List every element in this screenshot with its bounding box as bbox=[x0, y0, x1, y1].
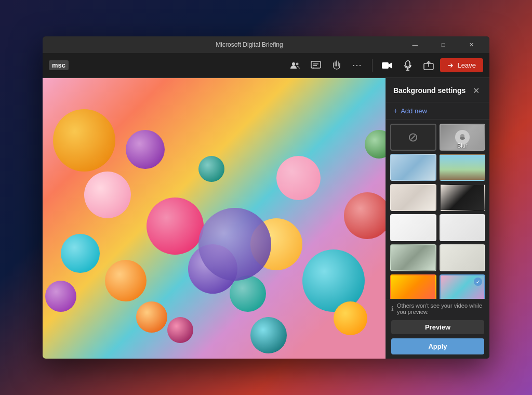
thumb-outdoor[interactable] bbox=[440, 154, 486, 181]
info-row: ℹ Others won't see your video while you … bbox=[386, 299, 489, 318]
thumb-yellow[interactable] bbox=[390, 274, 436, 299]
info-icon: ℹ bbox=[391, 305, 394, 312]
thumb-none[interactable]: ⊘ bbox=[390, 124, 436, 151]
add-new-button[interactable]: + Add new bbox=[386, 102, 489, 120]
participants-button[interactable] bbox=[286, 56, 304, 75]
window-controls: — □ ✕ bbox=[403, 36, 483, 53]
svg-rect-6 bbox=[406, 61, 410, 67]
maximize-button[interactable]: □ bbox=[431, 36, 455, 53]
thumb-white1[interactable] bbox=[390, 214, 436, 241]
svg-rect-5 bbox=[382, 62, 389, 69]
main-window: Microsoft Digital Briefing — □ ✕ msc bbox=[43, 36, 489, 359]
close-button[interactable]: ✕ bbox=[459, 36, 483, 53]
panel-header: Background settings ✕ bbox=[386, 78, 489, 102]
preview-button[interactable]: Preview bbox=[391, 320, 484, 334]
selected-checkmark: ✓ bbox=[474, 278, 482, 286]
thumb-office1[interactable] bbox=[390, 154, 436, 181]
panel-title: Background settings bbox=[393, 86, 466, 95]
svg-point-0 bbox=[292, 62, 295, 65]
add-new-label: Add new bbox=[401, 107, 427, 115]
title-bar: Microsoft Digital Briefing — □ ✕ bbox=[43, 36, 489, 53]
share-button[interactable] bbox=[419, 56, 438, 75]
background-settings-panel: Background settings ✕ + Add new ⊘ bbox=[385, 78, 489, 359]
thumb-art[interactable] bbox=[440, 184, 486, 211]
add-new-icon: + bbox=[393, 107, 397, 115]
thumb-loft[interactable] bbox=[390, 244, 436, 271]
raise-hand-button[interactable] bbox=[327, 56, 346, 75]
toolbar: msc bbox=[43, 53, 489, 78]
thumb-blur[interactable]: Blur bbox=[440, 124, 486, 151]
svg-point-1 bbox=[296, 62, 298, 65]
leave-button[interactable]: Leave bbox=[440, 58, 483, 72]
background-thumbnails: ⊘ Blur bbox=[386, 120, 489, 299]
close-panel-button[interactable]: ✕ bbox=[470, 84, 482, 97]
logo: msc bbox=[49, 60, 69, 70]
more-button[interactable]: ··· bbox=[348, 56, 367, 75]
toolbar-actions: ··· bbox=[286, 56, 483, 75]
mic-button[interactable] bbox=[398, 56, 417, 75]
thumb-balls[interactable]: ✓ bbox=[440, 274, 486, 299]
chat-button[interactable] bbox=[307, 56, 325, 75]
apply-button[interactable]: Apply bbox=[391, 338, 484, 354]
svg-rect-2 bbox=[311, 61, 321, 68]
video-area bbox=[43, 78, 385, 359]
thumb-minimal[interactable] bbox=[440, 244, 486, 271]
video-canvas bbox=[43, 78, 385, 359]
minimize-button[interactable]: — bbox=[403, 36, 427, 53]
thumb-room1[interactable] bbox=[390, 184, 436, 211]
window-title: Microsoft Digital Briefing bbox=[96, 41, 403, 48]
video-button[interactable] bbox=[378, 56, 396, 75]
svg-point-11 bbox=[460, 137, 465, 140]
info-text: Others won't see your video while you pr… bbox=[397, 302, 484, 315]
blur-label: Blur bbox=[441, 142, 485, 149]
main-content: Background settings ✕ + Add new ⊘ bbox=[43, 78, 489, 359]
thumb-white2[interactable] bbox=[440, 214, 486, 241]
